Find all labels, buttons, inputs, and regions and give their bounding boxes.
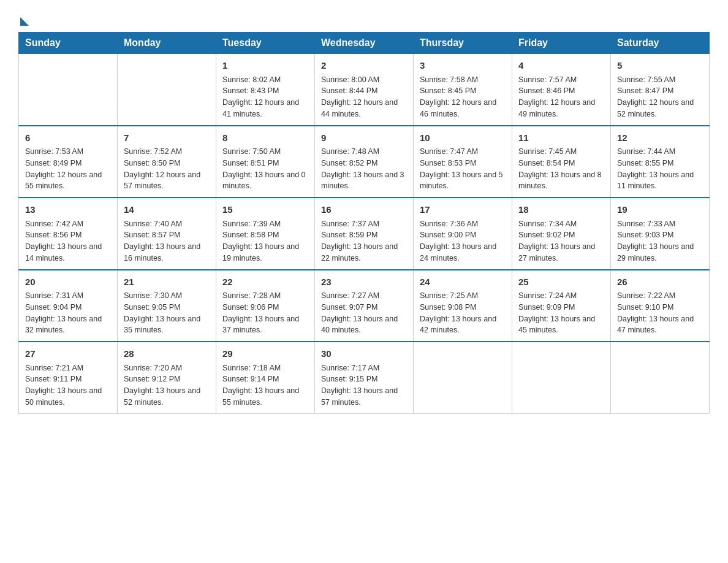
day-number: 27 <box>25 347 111 361</box>
day-info: Sunrise: 8:02 AM Sunset: 8:43 PM Dayligh… <box>222 74 308 120</box>
calendar-cell <box>19 54 118 126</box>
calendar-cell: 26Sunrise: 7:22 AM Sunset: 9:10 PM Dayli… <box>611 270 710 342</box>
calendar-cell: 10Sunrise: 7:47 AM Sunset: 8:53 PM Dayli… <box>414 126 512 198</box>
day-number: 25 <box>518 275 604 289</box>
day-number: 2 <box>321 59 407 73</box>
day-number: 22 <box>222 275 308 289</box>
day-number: 15 <box>222 203 308 217</box>
calendar-cell: 28Sunrise: 7:20 AM Sunset: 9:12 PM Dayli… <box>118 342 216 413</box>
day-info: Sunrise: 7:33 AM Sunset: 9:03 PM Dayligh… <box>617 218 703 264</box>
day-info: Sunrise: 7:25 AM Sunset: 9:08 PM Dayligh… <box>420 290 506 336</box>
calendar-cell <box>512 342 611 413</box>
day-number: 6 <box>25 131 111 145</box>
day-info: Sunrise: 7:21 AM Sunset: 9:11 PM Dayligh… <box>25 362 111 408</box>
day-number: 20 <box>25 275 111 289</box>
day-number: 16 <box>321 203 407 217</box>
day-number: 12 <box>617 131 703 145</box>
day-number: 7 <box>124 131 210 145</box>
day-info: Sunrise: 8:00 AM Sunset: 8:44 PM Dayligh… <box>321 74 407 120</box>
calendar-cell: 20Sunrise: 7:31 AM Sunset: 9:04 PM Dayli… <box>19 270 118 342</box>
day-info: Sunrise: 7:39 AM Sunset: 8:58 PM Dayligh… <box>222 218 308 264</box>
day-number: 1 <box>222 59 308 73</box>
day-header-friday: Friday <box>512 33 611 54</box>
header-area <box>18 12 710 26</box>
day-number: 8 <box>222 131 308 145</box>
day-info: Sunrise: 7:18 AM Sunset: 9:14 PM Dayligh… <box>222 362 308 408</box>
day-info: Sunrise: 7:57 AM Sunset: 8:46 PM Dayligh… <box>518 74 604 120</box>
logo-arrow-icon <box>20 17 29 26</box>
day-number: 29 <box>222 347 308 361</box>
day-number: 13 <box>25 203 111 217</box>
day-info: Sunrise: 7:44 AM Sunset: 8:55 PM Dayligh… <box>617 146 703 192</box>
day-number: 5 <box>617 59 703 73</box>
day-number: 21 <box>124 275 210 289</box>
day-number: 11 <box>518 131 604 145</box>
day-info: Sunrise: 7:37 AM Sunset: 8:59 PM Dayligh… <box>321 218 407 264</box>
calendar-cell: 11Sunrise: 7:45 AM Sunset: 8:54 PM Dayli… <box>512 126 611 198</box>
day-number: 19 <box>617 203 703 217</box>
day-number: 4 <box>518 59 604 73</box>
calendar-cell: 27Sunrise: 7:21 AM Sunset: 9:11 PM Dayli… <box>19 342 118 413</box>
day-number: 14 <box>124 203 210 217</box>
day-info: Sunrise: 7:52 AM Sunset: 8:50 PM Dayligh… <box>124 146 210 192</box>
day-number: 10 <box>420 131 506 145</box>
day-info: Sunrise: 7:30 AM Sunset: 9:05 PM Dayligh… <box>124 290 210 336</box>
calendar-cell: 29Sunrise: 7:18 AM Sunset: 9:14 PM Dayli… <box>216 342 315 413</box>
calendar-cell <box>414 342 512 413</box>
day-number: 18 <box>518 203 604 217</box>
day-number: 23 <box>321 275 407 289</box>
day-number: 24 <box>420 275 506 289</box>
calendar-cell: 18Sunrise: 7:34 AM Sunset: 9:02 PM Dayli… <box>512 197 611 270</box>
calendar-cell: 21Sunrise: 7:30 AM Sunset: 9:05 PM Dayli… <box>118 270 216 342</box>
calendar-cell: 16Sunrise: 7:37 AM Sunset: 8:59 PM Dayli… <box>315 197 414 270</box>
calendar-cell: 22Sunrise: 7:28 AM Sunset: 9:06 PM Dayli… <box>216 270 315 342</box>
day-number: 17 <box>420 203 506 217</box>
calendar-cell: 23Sunrise: 7:27 AM Sunset: 9:07 PM Dayli… <box>315 270 414 342</box>
day-header-sunday: Sunday <box>19 33 118 54</box>
day-info: Sunrise: 7:17 AM Sunset: 9:15 PM Dayligh… <box>321 362 407 408</box>
calendar-cell: 25Sunrise: 7:24 AM Sunset: 9:09 PM Dayli… <box>512 270 611 342</box>
day-number: 28 <box>124 347 210 361</box>
header-row: SundayMondayTuesdayWednesdayThursdayFrid… <box>19 33 710 54</box>
day-info: Sunrise: 7:31 AM Sunset: 9:04 PM Dayligh… <box>25 290 111 336</box>
day-number: 26 <box>617 275 703 289</box>
day-info: Sunrise: 7:22 AM Sunset: 9:10 PM Dayligh… <box>617 290 703 336</box>
day-info: Sunrise: 7:27 AM Sunset: 9:07 PM Dayligh… <box>321 290 407 336</box>
day-info: Sunrise: 7:53 AM Sunset: 8:49 PM Dayligh… <box>25 146 111 192</box>
calendar-cell: 2Sunrise: 8:00 AM Sunset: 8:44 PM Daylig… <box>315 54 414 126</box>
calendar-table: SundayMondayTuesdayWednesdayThursdayFrid… <box>18 32 710 414</box>
week-row-4: 20Sunrise: 7:31 AM Sunset: 9:04 PM Dayli… <box>19 270 710 342</box>
calendar-cell: 8Sunrise: 7:50 AM Sunset: 8:51 PM Daylig… <box>216 126 315 198</box>
day-number: 3 <box>420 59 506 73</box>
day-number: 30 <box>321 347 407 361</box>
day-info: Sunrise: 7:58 AM Sunset: 8:45 PM Dayligh… <box>420 74 506 120</box>
calendar-cell: 24Sunrise: 7:25 AM Sunset: 9:08 PM Dayli… <box>414 270 512 342</box>
calendar-cell: 17Sunrise: 7:36 AM Sunset: 9:00 PM Dayli… <box>414 197 512 270</box>
week-row-1: 1Sunrise: 8:02 AM Sunset: 8:43 PM Daylig… <box>19 54 710 126</box>
day-info: Sunrise: 7:50 AM Sunset: 8:51 PM Dayligh… <box>222 146 308 192</box>
day-header-thursday: Thursday <box>414 33 512 54</box>
calendar-cell <box>118 54 216 126</box>
logo <box>18 12 29 26</box>
day-info: Sunrise: 7:34 AM Sunset: 9:02 PM Dayligh… <box>518 218 604 264</box>
calendar-cell: 6Sunrise: 7:53 AM Sunset: 8:49 PM Daylig… <box>19 126 118 198</box>
calendar-cell: 7Sunrise: 7:52 AM Sunset: 8:50 PM Daylig… <box>118 126 216 198</box>
day-header-tuesday: Tuesday <box>216 33 315 54</box>
day-info: Sunrise: 7:36 AM Sunset: 9:00 PM Dayligh… <box>420 218 506 264</box>
day-info: Sunrise: 7:24 AM Sunset: 9:09 PM Dayligh… <box>518 290 604 336</box>
week-row-5: 27Sunrise: 7:21 AM Sunset: 9:11 PM Dayli… <box>19 342 710 413</box>
calendar-cell: 12Sunrise: 7:44 AM Sunset: 8:55 PM Dayli… <box>611 126 710 198</box>
day-header-monday: Monday <box>118 33 216 54</box>
day-info: Sunrise: 7:42 AM Sunset: 8:56 PM Dayligh… <box>25 218 111 264</box>
calendar-cell: 9Sunrise: 7:48 AM Sunset: 8:52 PM Daylig… <box>315 126 414 198</box>
day-info: Sunrise: 7:47 AM Sunset: 8:53 PM Dayligh… <box>420 146 506 192</box>
week-row-2: 6Sunrise: 7:53 AM Sunset: 8:49 PM Daylig… <box>19 126 710 198</box>
day-info: Sunrise: 7:48 AM Sunset: 8:52 PM Dayligh… <box>321 146 407 192</box>
day-info: Sunrise: 7:20 AM Sunset: 9:12 PM Dayligh… <box>124 362 210 408</box>
calendar-cell: 14Sunrise: 7:40 AM Sunset: 8:57 PM Dayli… <box>118 197 216 270</box>
day-info: Sunrise: 7:28 AM Sunset: 9:06 PM Dayligh… <box>222 290 308 336</box>
day-info: Sunrise: 7:40 AM Sunset: 8:57 PM Dayligh… <box>124 218 210 264</box>
calendar-cell: 3Sunrise: 7:58 AM Sunset: 8:45 PM Daylig… <box>414 54 512 126</box>
calendar-cell: 1Sunrise: 8:02 AM Sunset: 8:43 PM Daylig… <box>216 54 315 126</box>
calendar-cell: 15Sunrise: 7:39 AM Sunset: 8:58 PM Dayli… <box>216 197 315 270</box>
